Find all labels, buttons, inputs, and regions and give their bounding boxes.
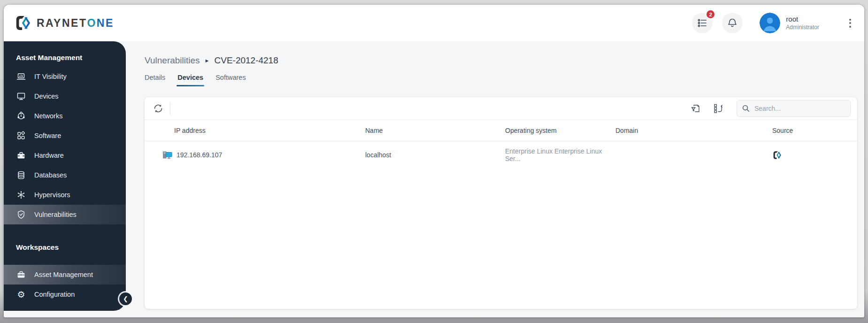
user-name: root	[786, 15, 819, 24]
raynet-source-icon	[772, 150, 782, 160]
sidebar-item-label: IT Visibility	[34, 73, 67, 80]
sidebar-item-databases[interactable]: Databases	[4, 165, 126, 185]
tab-softwares[interactable]: Softwares	[215, 74, 246, 86]
top-bar-actions: 2 root Administrator	[692, 13, 864, 33]
desktop-frame: RAYNETONE 2	[0, 0, 868, 323]
sidebar-item-it-visibility[interactable]: IT Visibility	[4, 67, 126, 86]
raynet-logo-icon	[14, 14, 32, 32]
workspace-item-label: Configuration	[34, 291, 75, 298]
search-input[interactable]	[754, 105, 845, 112]
device-ip: 192.168.69.107	[177, 151, 222, 159]
software-icon	[16, 131, 26, 141]
sidebar-item-label: Hardware	[34, 152, 64, 159]
tasks-badge: 2	[706, 9, 715, 19]
workstation-icon	[162, 151, 172, 160]
column-chooser-icon	[713, 103, 724, 114]
monitor-icon	[16, 91, 26, 101]
sidebar-item-label: Devices	[34, 92, 59, 100]
sidebar-item-devices[interactable]: Devices	[4, 86, 126, 106]
filter-document-icon	[690, 103, 701, 114]
workspace-item-label: Asset Management	[34, 271, 93, 278]
user-avatar[interactable]	[760, 13, 780, 33]
main-content: Vulnerabilities ► CVE-2012-4218 Details …	[126, 41, 864, 317]
user-info[interactable]: root Administrator	[786, 15, 819, 31]
breadcrumb-parent[interactable]: Vulnerabilities	[145, 55, 200, 66]
table-row[interactable]: 192.168.69.107 localhost Enterprise Linu…	[145, 141, 857, 169]
hypervisor-icon	[16, 190, 26, 200]
top-bar: RAYNETONE 2	[4, 5, 864, 41]
refresh-button[interactable]	[150, 100, 166, 116]
sidebar-item-hypervisors[interactable]: Hypervisors	[4, 185, 126, 205]
app-window: RAYNETONE 2	[4, 5, 864, 317]
briefcase-icon	[16, 269, 26, 280]
sidebar-item-label: Databases	[34, 171, 67, 179]
breadcrumb-current: CVE-2012-4218	[214, 55, 278, 66]
overflow-menu-button[interactable]	[846, 16, 854, 31]
export-filtered-button[interactable]	[688, 100, 704, 116]
sidebar-item-software[interactable]: Software	[4, 126, 126, 146]
workspaces-title: Workspaces	[4, 243, 126, 256]
toolbox-icon	[16, 150, 26, 161]
sidebar-item-label: Software	[34, 132, 61, 139]
bell-icon	[726, 17, 738, 29]
sidebar-item-label: Networks	[34, 112, 62, 120]
sidebar-section-title: Asset Management	[4, 41, 126, 67]
network-icon	[16, 111, 26, 121]
breadcrumb-arrow-icon: ►	[205, 58, 210, 63]
column-header-name[interactable]: Name	[365, 127, 505, 134]
sidebar: Asset Management IT Visibility Devices	[4, 41, 126, 311]
column-chooser-button[interactable]	[710, 100, 726, 116]
sidebar-item-hardware[interactable]: Hardware	[4, 146, 126, 165]
column-header-os[interactable]: Operating system	[505, 127, 615, 134]
column-header-source[interactable]: Source	[743, 127, 857, 134]
sidebar-item-networks[interactable]: Networks	[4, 106, 126, 126]
tab-devices[interactable]: Devices	[177, 74, 203, 86]
sidebar-item-label: Hypervisors	[34, 191, 70, 199]
tab-bar: Details Devices Softwares	[145, 74, 864, 86]
devices-panel: IP address Name Operating system Domain …	[145, 97, 857, 309]
grid-toolbar	[145, 97, 857, 120]
task-list-icon	[697, 17, 708, 29]
workspace-item-configuration[interactable]: ⚙ Configuration	[4, 285, 126, 304]
search-icon	[742, 104, 750, 113]
column-header-domain[interactable]: Domain	[615, 127, 743, 134]
device-name: localhost	[365, 151, 505, 159]
gear-icon: ⚙	[16, 289, 26, 300]
refresh-icon	[152, 102, 164, 115]
sidebar-item-vulnerabilities[interactable]: Vulnerabilities	[4, 205, 126, 224]
workspace-item-asset-management[interactable]: Asset Management	[4, 265, 126, 285]
table-header: IP address Name Operating system Domain …	[145, 120, 857, 141]
laptop-icon	[16, 71, 26, 82]
sidebar-collapse-button[interactable]: ❮	[119, 292, 132, 305]
shield-check-icon	[16, 209, 26, 220]
notifications-button[interactable]	[722, 13, 743, 33]
tab-details[interactable]: Details	[145, 74, 165, 86]
tasks-button[interactable]: 2	[692, 13, 713, 33]
logo-wordmark: RAYNETONE	[37, 17, 114, 30]
sidebar-item-label: Vulnerabilities	[34, 211, 77, 218]
chevron-left-icon: ❮	[123, 295, 128, 302]
user-role: Administrator	[786, 24, 819, 31]
search-box	[737, 100, 851, 117]
breadcrumb: Vulnerabilities ► CVE-2012-4218	[145, 55, 864, 66]
column-header-ip[interactable]: IP address	[145, 127, 365, 134]
database-icon	[16, 170, 26, 180]
device-os: Enterprise Linux Enterprise Linux Ser...	[505, 147, 615, 162]
app-logo[interactable]: RAYNETONE	[14, 14, 114, 32]
toolbar-divider	[170, 102, 170, 115]
